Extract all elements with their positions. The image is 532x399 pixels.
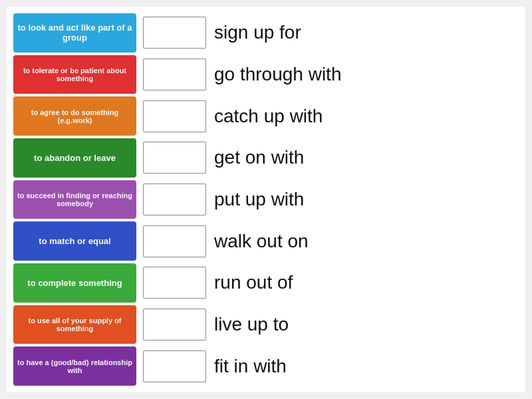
answer-box-8[interactable]: [143, 309, 206, 340]
definition-card-2[interactable]: to tolerate or be patient about somethin…: [13, 55, 136, 94]
answer-box-7[interactable]: [143, 267, 206, 299]
phrase-text-1: sign up for: [214, 22, 301, 43]
phrase-row-7: run out of: [143, 263, 519, 303]
phrase-text-4: get on with: [214, 147, 304, 168]
phrase-text-6: walk out on: [214, 231, 309, 252]
phrase-row-9: fit in with: [143, 346, 519, 386]
phrase-row-4: get on with: [143, 138, 519, 178]
answer-box-2[interactable]: [143, 59, 206, 90]
definition-card-4[interactable]: to abandon or leave: [13, 138, 136, 178]
answer-box-4[interactable]: [143, 142, 206, 174]
phrase-row-2: go through with: [143, 55, 519, 94]
definition-card-9[interactable]: to have a (good/bad) relationship with: [13, 346, 136, 386]
definition-card-1[interactable]: to look and act like part of a group: [13, 13, 136, 53]
phrase-text-8: live up to: [214, 314, 289, 335]
phrase-text-9: fit in with: [214, 356, 287, 377]
phrase-text-2: go through with: [214, 64, 341, 85]
definition-card-3[interactable]: to agree to do something (e.g.work): [13, 96, 136, 136]
phrase-row-3: catch up with: [143, 96, 519, 136]
definition-card-5[interactable]: to succeed in finding or reaching somebo…: [13, 180, 136, 219]
phrase-row-6: walk out on: [143, 221, 519, 261]
definitions-column: to look and act like part of a groupto t…: [13, 13, 136, 386]
phrases-column: sign up forgo through withcatch up withg…: [143, 13, 519, 386]
definition-card-8[interactable]: to use all of your supply of something: [13, 305, 136, 344]
phrase-row-1: sign up for: [143, 13, 519, 53]
definition-card-6[interactable]: to match or equal: [13, 221, 136, 261]
main-container: to look and act like part of a groupto t…: [7, 7, 525, 392]
answer-box-5[interactable]: [143, 184, 206, 215]
phrase-text-5: put up with: [214, 189, 304, 210]
phrase-text-3: catch up with: [214, 106, 323, 127]
phrase-text-7: run out of: [214, 272, 293, 293]
phrase-row-5: put up with: [143, 180, 519, 219]
phrase-row-8: live up to: [143, 305, 519, 344]
answer-box-3[interactable]: [143, 100, 206, 132]
definition-card-7[interactable]: to complete something: [13, 263, 136, 303]
answer-box-9[interactable]: [143, 350, 206, 382]
answer-box-6[interactable]: [143, 225, 206, 257]
answer-box-1[interactable]: [143, 17, 206, 49]
